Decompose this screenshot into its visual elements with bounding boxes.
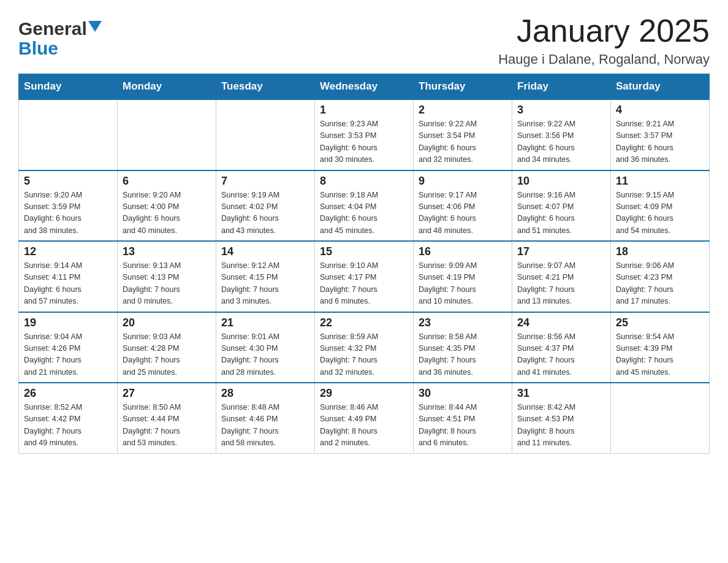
day-info: Sunrise: 8:48 AM Sunset: 4:46 PM Dayligh…: [221, 402, 309, 450]
day-number: 16: [419, 245, 507, 258]
calendar-cell: 23Sunrise: 8:58 AM Sunset: 4:35 PM Dayli…: [414, 312, 512, 383]
calendar-cell: 9Sunrise: 9:17 AM Sunset: 4:06 PM Daylig…: [414, 170, 512, 242]
day-number: 29: [320, 387, 408, 400]
calendar-cell: 27Sunrise: 8:50 AM Sunset: 4:44 PM Dayli…: [118, 383, 216, 453]
day-number: 17: [517, 245, 605, 258]
logo-blue: Blue: [18, 38, 58, 58]
calendar-cell: 22Sunrise: 8:59 AM Sunset: 4:32 PM Dayli…: [315, 312, 414, 383]
calendar-cell: 29Sunrise: 8:46 AM Sunset: 4:49 PM Dayli…: [315, 383, 414, 453]
calendar-cell: 5Sunrise: 9:20 AM Sunset: 3:59 PM Daylig…: [19, 170, 118, 242]
day-number: 23: [419, 316, 507, 329]
day-info: Sunrise: 9:18 AM Sunset: 4:04 PM Dayligh…: [320, 190, 408, 237]
calendar-cell: 20Sunrise: 9:03 AM Sunset: 4:28 PM Dayli…: [118, 312, 216, 383]
calendar-cell: 1Sunrise: 9:23 AM Sunset: 3:53 PM Daylig…: [315, 99, 414, 170]
day-info: Sunrise: 8:50 AM Sunset: 4:44 PM Dayligh…: [123, 402, 211, 450]
day-info: Sunrise: 9:17 AM Sunset: 4:06 PM Dayligh…: [419, 190, 507, 237]
weekday-header-row: Sunday Monday Tuesday Wednesday Thursday…: [19, 74, 710, 100]
day-info: Sunrise: 9:20 AM Sunset: 3:59 PM Dayligh…: [24, 190, 112, 237]
calendar-week-row: 26Sunrise: 8:52 AM Sunset: 4:42 PM Dayli…: [19, 383, 710, 453]
calendar-cell: 15Sunrise: 9:10 AM Sunset: 4:17 PM Dayli…: [315, 241, 414, 312]
calendar-table: Sunday Monday Tuesday Wednesday Thursday…: [18, 74, 710, 454]
day-info: Sunrise: 9:23 AM Sunset: 3:53 PM Dayligh…: [320, 118, 408, 166]
calendar-cell: 17Sunrise: 9:07 AM Sunset: 4:21 PM Dayli…: [512, 241, 611, 312]
day-info: Sunrise: 9:01 AM Sunset: 4:30 PM Dayligh…: [221, 331, 309, 379]
day-info: Sunrise: 9:12 AM Sunset: 4:15 PM Dayligh…: [221, 260, 309, 308]
header-tuesday: Tuesday: [216, 74, 315, 100]
calendar-cell: 11Sunrise: 9:15 AM Sunset: 4:09 PM Dayli…: [611, 170, 710, 242]
day-info: Sunrise: 8:46 AM Sunset: 4:49 PM Dayligh…: [320, 402, 408, 450]
day-info: Sunrise: 9:14 AM Sunset: 4:11 PM Dayligh…: [24, 260, 112, 308]
day-info: Sunrise: 9:20 AM Sunset: 4:00 PM Dayligh…: [123, 190, 211, 237]
calendar-cell: [19, 99, 118, 170]
day-info: Sunrise: 8:52 AM Sunset: 4:42 PM Dayligh…: [24, 402, 112, 450]
day-number: 21: [221, 316, 309, 329]
logo-arrow-icon: [88, 21, 102, 34]
day-info: Sunrise: 8:59 AM Sunset: 4:32 PM Dayligh…: [320, 331, 408, 379]
day-info: Sunrise: 9:09 AM Sunset: 4:19 PM Dayligh…: [419, 260, 507, 308]
calendar-cell: 8Sunrise: 9:18 AM Sunset: 4:04 PM Daylig…: [315, 170, 414, 242]
calendar-cell: 13Sunrise: 9:13 AM Sunset: 4:13 PM Dayli…: [118, 241, 216, 312]
svg-marker-0: [88, 21, 102, 32]
calendar-cell: [611, 383, 710, 453]
header-monday: Monday: [118, 74, 216, 100]
day-number: 2: [419, 104, 507, 117]
logo: General Blue: [18, 12, 102, 59]
calendar-cell: 10Sunrise: 9:16 AM Sunset: 4:07 PM Dayli…: [512, 170, 611, 242]
calendar-header: Sunday Monday Tuesday Wednesday Thursday…: [19, 74, 710, 100]
day-number: 18: [616, 245, 704, 258]
calendar-cell: 31Sunrise: 8:42 AM Sunset: 4:53 PM Dayli…: [512, 383, 611, 453]
day-info: Sunrise: 9:06 AM Sunset: 4:23 PM Dayligh…: [616, 260, 704, 308]
calendar-cell: [118, 99, 216, 170]
calendar-cell: 18Sunrise: 9:06 AM Sunset: 4:23 PM Dayli…: [611, 241, 710, 312]
calendar-cell: 30Sunrise: 8:44 AM Sunset: 4:51 PM Dayli…: [414, 383, 512, 453]
day-number: 30: [419, 387, 507, 400]
day-number: 11: [616, 175, 704, 188]
day-number: 22: [320, 316, 408, 329]
calendar-cell: 16Sunrise: 9:09 AM Sunset: 4:19 PM Dayli…: [414, 241, 512, 312]
day-number: 8: [320, 175, 408, 188]
day-number: 31: [517, 387, 605, 400]
day-number: 4: [616, 104, 704, 117]
day-info: Sunrise: 9:22 AM Sunset: 3:56 PM Dayligh…: [517, 118, 605, 166]
calendar-week-row: 19Sunrise: 9:04 AM Sunset: 4:26 PM Dayli…: [19, 312, 710, 383]
calendar-cell: 24Sunrise: 8:56 AM Sunset: 4:37 PM Dayli…: [512, 312, 611, 383]
day-number: 19: [24, 316, 112, 329]
day-number: 14: [221, 245, 309, 258]
header-friday: Friday: [512, 74, 611, 100]
day-info: Sunrise: 9:13 AM Sunset: 4:13 PM Dayligh…: [123, 260, 211, 308]
header-sunday: Sunday: [19, 74, 118, 100]
day-info: Sunrise: 9:07 AM Sunset: 4:21 PM Dayligh…: [517, 260, 605, 308]
calendar-week-row: 1Sunrise: 9:23 AM Sunset: 3:53 PM Daylig…: [19, 99, 710, 170]
calendar-cell: [216, 99, 315, 170]
day-number: 25: [616, 316, 704, 329]
calendar-cell: 6Sunrise: 9:20 AM Sunset: 4:00 PM Daylig…: [118, 170, 216, 242]
calendar-cell: 4Sunrise: 9:21 AM Sunset: 3:57 PM Daylig…: [611, 99, 710, 170]
day-info: Sunrise: 9:21 AM Sunset: 3:57 PM Dayligh…: [616, 118, 704, 166]
calendar-cell: 21Sunrise: 9:01 AM Sunset: 4:30 PM Dayli…: [216, 312, 315, 383]
calendar-cell: 12Sunrise: 9:14 AM Sunset: 4:11 PM Dayli…: [19, 241, 118, 312]
day-info: Sunrise: 9:19 AM Sunset: 4:02 PM Dayligh…: [221, 190, 309, 237]
calendar-cell: 14Sunrise: 9:12 AM Sunset: 4:15 PM Dayli…: [216, 241, 315, 312]
calendar-title: January 2025: [498, 12, 710, 49]
day-number: 10: [517, 175, 605, 188]
calendar-subtitle: Hauge i Dalane, Rogaland, Norway: [498, 52, 710, 67]
calendar-cell: 3Sunrise: 9:22 AM Sunset: 3:56 PM Daylig…: [512, 99, 611, 170]
day-info: Sunrise: 8:42 AM Sunset: 4:53 PM Dayligh…: [517, 402, 605, 450]
calendar-week-row: 5Sunrise: 9:20 AM Sunset: 3:59 PM Daylig…: [19, 170, 710, 242]
day-number: 15: [320, 245, 408, 258]
calendar-cell: 25Sunrise: 8:54 AM Sunset: 4:39 PM Dayli…: [611, 312, 710, 383]
day-info: Sunrise: 9:15 AM Sunset: 4:09 PM Dayligh…: [616, 190, 704, 237]
day-info: Sunrise: 9:04 AM Sunset: 4:26 PM Dayligh…: [24, 331, 112, 379]
day-number: 28: [221, 387, 309, 400]
day-info: Sunrise: 9:10 AM Sunset: 4:17 PM Dayligh…: [320, 260, 408, 308]
calendar-week-row: 12Sunrise: 9:14 AM Sunset: 4:11 PM Dayli…: [19, 241, 710, 312]
day-number: 7: [221, 175, 309, 188]
logo-general: General: [18, 18, 87, 39]
calendar-body: 1Sunrise: 9:23 AM Sunset: 3:53 PM Daylig…: [19, 99, 710, 453]
calendar-cell: 28Sunrise: 8:48 AM Sunset: 4:46 PM Dayli…: [216, 383, 315, 453]
day-number: 26: [24, 387, 112, 400]
title-section: January 2025 Hauge i Dalane, Rogaland, N…: [498, 12, 710, 67]
day-number: 6: [123, 175, 211, 188]
day-info: Sunrise: 8:58 AM Sunset: 4:35 PM Dayligh…: [419, 331, 507, 379]
day-number: 5: [24, 175, 112, 188]
